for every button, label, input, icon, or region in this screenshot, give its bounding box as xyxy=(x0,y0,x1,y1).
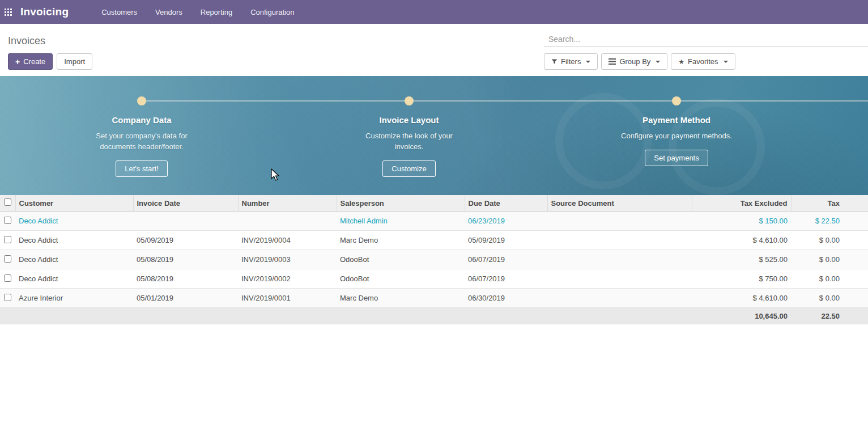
step-title: Invoice Layout xyxy=(275,115,543,125)
onboarding-step-invoice-layout: Invoice Layout Customize the look of you… xyxy=(275,76,543,177)
group-by-lines-icon xyxy=(609,58,616,65)
cell-source-document xyxy=(547,250,692,269)
cell-due-date: 05/09/2019 xyxy=(465,231,547,250)
onboarding-banner: Company Data Set your company's data for… xyxy=(0,76,868,195)
table-header-row: Customer Invoice Date Number Salesperson… xyxy=(0,195,868,212)
menu-reporting[interactable]: Reporting xyxy=(192,1,241,23)
row-checkbox-cell xyxy=(0,250,15,269)
apps-grid-icon[interactable] xyxy=(5,9,12,16)
cell-tax-excluded: $ 150.00 xyxy=(692,212,791,231)
cell-invoice-date: 05/09/2019 xyxy=(133,231,238,250)
table-footer-row: 10,645.00 22.50 xyxy=(0,308,868,325)
star-icon: ★ xyxy=(678,58,684,66)
create-button[interactable]: + Create xyxy=(8,53,53,70)
row-checkbox-cell xyxy=(0,231,15,250)
row-checkbox[interactable] xyxy=(4,294,11,301)
group-by-button[interactable]: Group By xyxy=(601,53,667,70)
column-header-due-date[interactable]: Due Date xyxy=(465,195,547,212)
filters-button-label: Filters xyxy=(561,57,581,66)
cell-salesperson: Marc Demo xyxy=(337,289,465,308)
table-row[interactable]: Deco Addict 05/08/2019 INV/2019/0002 Odo… xyxy=(0,269,868,289)
table-row[interactable]: Azure Interior 05/01/2019 INV/2019/0001 … xyxy=(0,289,868,308)
cell-salesperson: OdooBot xyxy=(337,250,465,269)
invoicing-app-page: Invoicing Customers Vendors Reporting Co… xyxy=(0,0,868,427)
favorites-button[interactable]: ★ Favorites xyxy=(671,53,735,70)
cell-tax: $ 22.50 xyxy=(791,212,868,231)
select-all-cell xyxy=(0,195,15,212)
step-dot-icon xyxy=(672,96,681,105)
cell-salesperson: OdooBot xyxy=(337,269,465,289)
cell-number: INV/2019/0003 xyxy=(238,250,337,269)
cell-number: INV/2019/0001 xyxy=(238,289,337,308)
cell-invoice-date: 05/08/2019 xyxy=(133,269,238,289)
cell-customer: Deco Addict xyxy=(15,231,133,250)
row-checkbox[interactable] xyxy=(4,274,11,282)
cell-invoice-date: 05/08/2019 xyxy=(133,250,238,269)
row-checkbox[interactable] xyxy=(4,236,11,243)
table-row[interactable]: Deco Addict 05/08/2019 INV/2019/0003 Odo… xyxy=(0,250,868,269)
table-row[interactable]: Deco Addict 05/09/2019 INV/2019/0004 Mar… xyxy=(0,231,868,250)
menu-vendors[interactable]: Vendors xyxy=(146,1,192,23)
column-header-customer[interactable]: Customer xyxy=(15,195,133,212)
footer-spacer xyxy=(0,308,692,325)
column-header-source-document[interactable]: Source Document xyxy=(547,195,692,212)
cell-source-document xyxy=(547,231,692,250)
cell-due-date: 06/07/2019 xyxy=(465,250,547,269)
step-dot-icon xyxy=(137,96,146,105)
cell-due-date: 06/23/2019 xyxy=(465,212,547,231)
column-header-number[interactable]: Number xyxy=(238,195,337,212)
table-row[interactable]: Deco Addict Mitchell Admin 06/23/2019 $ … xyxy=(0,212,868,231)
cell-tax-excluded: $ 525.00 xyxy=(692,250,791,269)
cell-tax-excluded: $ 4,610.00 xyxy=(692,289,791,308)
cell-invoice-date xyxy=(133,212,238,231)
menu-customers[interactable]: Customers xyxy=(92,1,146,23)
menu-configuration[interactable]: Configuration xyxy=(241,1,303,23)
cell-tax-excluded: $ 750.00 xyxy=(692,269,791,289)
import-button-label: Import xyxy=(64,57,85,66)
cell-source-document xyxy=(547,269,692,289)
cell-customer: Deco Addict xyxy=(15,250,133,269)
column-header-tax[interactable]: Tax xyxy=(791,195,868,212)
step-description: Set your company's data for documents he… xyxy=(85,130,198,152)
cell-salesperson: Mitchell Admin xyxy=(337,212,465,231)
invoices-table: Customer Invoice Date Number Salesperson… xyxy=(0,195,868,324)
favorites-button-label: Favorites xyxy=(688,57,718,66)
search-input[interactable] xyxy=(544,32,868,47)
cell-source-document xyxy=(547,212,692,231)
step-dot-icon xyxy=(405,96,414,105)
column-header-tax-excluded[interactable]: Tax Excluded xyxy=(692,195,791,212)
app-title[interactable]: Invoicing xyxy=(20,6,69,18)
chevron-down-icon xyxy=(724,61,728,63)
select-all-checkbox[interactable] xyxy=(4,198,11,206)
cell-tax: $ 0.00 xyxy=(791,250,868,269)
column-header-invoice-date[interactable]: Invoice Date xyxy=(133,195,238,212)
row-checkbox-cell xyxy=(0,289,15,308)
cell-number: INV/2019/0002 xyxy=(238,269,337,289)
cell-due-date: 06/07/2019 xyxy=(465,269,547,289)
row-checkbox[interactable] xyxy=(4,255,11,263)
cell-due-date: 06/30/2019 xyxy=(465,289,547,308)
cell-customer: Deco Addict xyxy=(15,212,133,231)
column-header-salesperson[interactable]: Salesperson xyxy=(337,195,465,212)
cell-tax-excluded: $ 4,610.00 xyxy=(692,231,791,250)
chevron-down-icon xyxy=(656,61,660,63)
cell-tax: $ 0.00 xyxy=(791,289,868,308)
step-title: Company Data xyxy=(8,115,275,125)
filters-button[interactable]: Filters xyxy=(544,53,598,70)
tax-total: 22.50 xyxy=(791,308,868,325)
lets-start-button[interactable]: Let's start! xyxy=(116,160,168,177)
customize-button[interactable]: Customize xyxy=(382,160,435,177)
tax-excluded-total: 10,645.00 xyxy=(692,308,791,325)
group-by-button-label: Group By xyxy=(619,57,650,66)
plus-icon: + xyxy=(15,58,20,66)
cell-tax: $ 0.00 xyxy=(791,269,868,289)
top-navbar: Invoicing Customers Vendors Reporting Co… xyxy=(0,0,868,24)
row-checkbox[interactable] xyxy=(4,217,11,224)
set-payments-button[interactable]: Set payments xyxy=(645,150,708,166)
import-button[interactable]: Import xyxy=(57,53,92,70)
cell-customer: Deco Addict xyxy=(15,269,133,289)
step-description: Customize the look of your invoices. xyxy=(352,130,466,152)
row-checkbox-cell xyxy=(0,269,15,289)
onboarding-step-company-data: Company Data Set your company's data for… xyxy=(8,76,275,177)
invoice-table-body: Deco Addict Mitchell Admin 06/23/2019 $ … xyxy=(0,212,868,308)
